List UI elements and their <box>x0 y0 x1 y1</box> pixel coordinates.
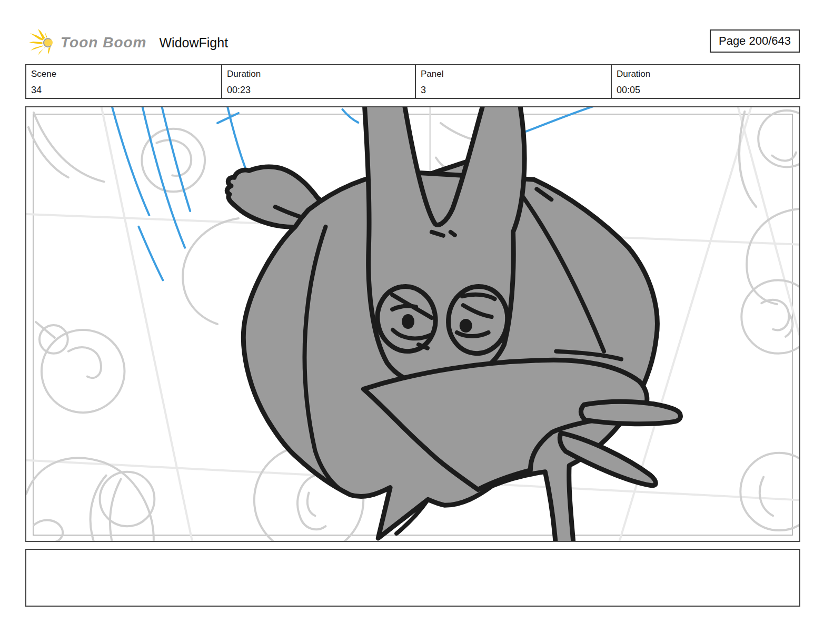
panel-value: 3 <box>421 84 611 96</box>
meta-cell-scene-duration: Duration 00:23 <box>221 65 415 98</box>
meta-cell-scene: Scene 34 <box>26 65 221 98</box>
character-figure <box>227 107 680 541</box>
storyboard-pdf-page: Toon Boom WidowFight Page 200/643 Scene … <box>0 0 834 644</box>
panel-metadata-table: Scene 34 Duration 00:23 Panel 3 Duration… <box>25 64 800 99</box>
meta-cell-panel-duration: Duration 00:05 <box>611 65 799 98</box>
meta-cell-panel: Panel 3 <box>415 65 611 98</box>
page-header: Toon Boom WidowFight Page 200/643 <box>29 28 805 57</box>
right-pupil <box>460 319 472 333</box>
panel-duration-value: 00:05 <box>617 84 799 96</box>
caption-box <box>25 549 800 607</box>
project-title: WidowFight <box>159 35 228 51</box>
storyboard-panel <box>25 106 800 542</box>
character-finger-upper <box>581 401 680 424</box>
page-number-label: Page 200/643 <box>710 29 800 53</box>
toonboom-logo: Toon Boom <box>29 29 146 56</box>
left-pupil <box>402 314 414 329</box>
toonboom-wordmark: Toon Boom <box>61 34 146 51</box>
storyboard-panel-art <box>26 107 799 541</box>
panel-duration-label: Duration <box>617 69 799 79</box>
toonboom-logo-icon <box>29 29 56 56</box>
scene-value: 34 <box>31 84 221 96</box>
duration-label: Duration <box>227 69 415 79</box>
panel-label: Panel <box>421 69 611 79</box>
scene-label: Scene <box>31 69 221 79</box>
duration-value: 00:23 <box>227 84 415 96</box>
